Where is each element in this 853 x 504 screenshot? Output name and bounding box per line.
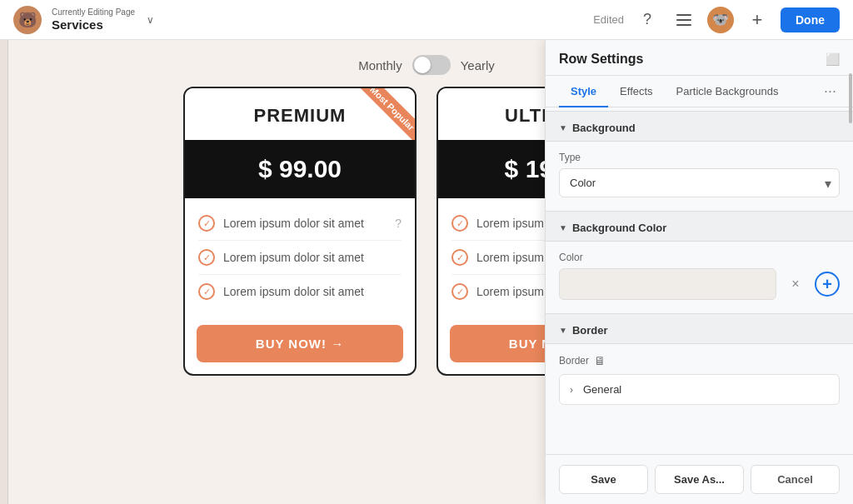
- color-field-label: Color: [559, 252, 840, 263]
- background-color-section-body: Color × +: [546, 242, 853, 310]
- most-popular-ribbon: Most Popular: [354, 88, 415, 140]
- background-section-header[interactable]: ▼ Background: [546, 111, 853, 142]
- cancel-button[interactable]: Cancel: [751, 465, 840, 494]
- svg-rect-0: [676, 14, 691, 16]
- save-as-button[interactable]: Save As...: [655, 465, 744, 494]
- premium-price: $ 99.00: [185, 140, 415, 198]
- user-avatar[interactable]: 🐨: [707, 7, 734, 33]
- row-settings-panel: Row Settings ⬜ Style Effects Particle Ba…: [545, 40, 853, 504]
- list-item: ✓ Lorem ipsum dolor sit amet ?: [198, 207, 402, 241]
- feature-text: Lorem ipsum dolor sit amet: [223, 217, 364, 230]
- premium-card: PREMIUM Most Popular $ 99.00 ✓ Lorem ips…: [183, 87, 417, 376]
- list-item: ✓ Lorem ipsum dolor sit amet: [198, 241, 402, 275]
- border-field-label: Border: [559, 355, 589, 367]
- check-icon: ✓: [451, 283, 468, 300]
- color-input-box[interactable]: [559, 268, 776, 300]
- topbar: 🐻 Currently Editing Page Services ∨ Edit…: [0, 0, 853, 40]
- help-button[interactable]: ?: [634, 7, 661, 33]
- logo-avatar: 🐻: [13, 6, 42, 34]
- monitor-icon: 🖥: [594, 354, 606, 367]
- currently-editing-label: Currently Editing Page: [52, 7, 135, 17]
- done-button[interactable]: Done: [781, 7, 840, 32]
- edited-label: Edited: [593, 13, 624, 26]
- panel-body: ▼ Background Type Color Gradient Image V…: [546, 107, 853, 454]
- general-row[interactable]: › General: [559, 374, 840, 405]
- page-chevron-icon[interactable]: ∨: [147, 14, 154, 26]
- toggle-knob: [414, 57, 431, 73]
- tab-effects[interactable]: Effects: [608, 77, 665, 107]
- list-item: ✓ Lorem ipsum dolor sit amet: [198, 275, 402, 308]
- general-chevron-right-icon: ›: [570, 384, 573, 396]
- border-label-row: Border 🖥: [559, 354, 840, 367]
- background-chevron-icon: ▼: [559, 123, 567, 132]
- scrollbar-thumb: [849, 73, 852, 123]
- premium-card-header: PREMIUM Most Popular: [185, 88, 415, 140]
- panel-minimize-button[interactable]: ⬜: [826, 52, 840, 66]
- background-color-chevron-icon: ▼: [559, 223, 567, 232]
- main-content: Monthly Yearly PREMIUM Most Popular $ 99…: [0, 40, 853, 504]
- premium-features: ✓ Lorem ipsum dolor sit amet ? ✓ Lorem i…: [185, 198, 415, 317]
- check-icon: ✓: [198, 249, 215, 266]
- premium-buy-button[interactable]: BUY NOW! →: [197, 325, 403, 362]
- panel-footer: Save Save As... Cancel: [546, 454, 853, 504]
- border-section-body: Border 🖥 › General: [546, 344, 853, 415]
- panel-scrollbar[interactable]: [848, 40, 853, 504]
- check-icon: ✓: [451, 249, 468, 266]
- background-section-body: Type Color Gradient Image Video ▾: [546, 142, 853, 207]
- premium-title: PREMIUM: [254, 105, 347, 126]
- color-field-row: × +: [559, 268, 840, 300]
- svg-rect-1: [676, 19, 691, 21]
- background-color-section-header[interactable]: ▼ Background Color: [546, 211, 853, 242]
- save-button[interactable]: Save: [559, 465, 648, 494]
- page-title-block: Currently Editing Page Services: [52, 7, 135, 32]
- menu-button[interactable]: [671, 7, 697, 33]
- feature-text: Lorem ipsum dolor sit amet: [223, 251, 364, 264]
- svg-rect-2: [676, 24, 691, 26]
- panel-tabs: Style Effects Particle Backgrounds ···: [546, 76, 853, 107]
- background-label: Background: [572, 122, 636, 134]
- tab-more-button[interactable]: ···: [821, 76, 840, 107]
- type-field-label: Type: [559, 152, 840, 163]
- check-icon: ✓: [198, 283, 215, 300]
- help-icon[interactable]: ?: [395, 217, 402, 230]
- type-select-wrapper: Color Gradient Image Video ▾: [559, 168, 840, 197]
- add-button[interactable]: +: [744, 7, 771, 33]
- border-chevron-icon: ▼: [559, 326, 567, 335]
- color-clear-button[interactable]: ×: [783, 272, 808, 297]
- border-label: Border: [572, 324, 608, 337]
- check-icon: ✓: [198, 215, 215, 232]
- panel-title: Row Settings: [559, 52, 643, 67]
- monthly-label: Monthly: [358, 58, 402, 72]
- type-select[interactable]: Color Gradient Image Video: [559, 168, 840, 197]
- tab-particle-backgrounds[interactable]: Particle Backgrounds: [665, 77, 791, 107]
- color-add-button[interactable]: +: [815, 272, 840, 297]
- general-label: General: [583, 383, 621, 396]
- tab-style[interactable]: Style: [559, 77, 608, 107]
- check-icon: ✓: [451, 215, 468, 232]
- background-color-label: Background Color: [572, 222, 666, 234]
- billing-toggle[interactable]: [412, 55, 451, 75]
- feature-text: Lorem ipsum dolor sit amet: [223, 285, 364, 298]
- page-name: Services: [52, 17, 135, 32]
- border-section-header[interactable]: ▼ Border: [546, 313, 853, 344]
- panel-header: Row Settings ⬜: [546, 40, 853, 76]
- yearly-label: Yearly: [461, 58, 495, 72]
